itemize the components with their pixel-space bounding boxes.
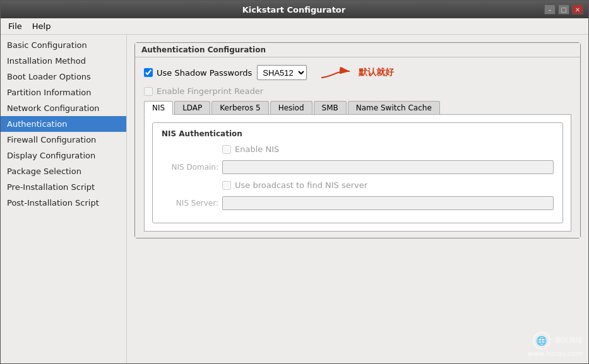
window-title: Kickstart Configurator [44, 5, 544, 15]
fingerprint-wrap: Enable Fingerprint Reader [144, 86, 263, 96]
sidebar-item-network-configuration[interactable]: Network Configuration [1, 100, 126, 116]
shadow-passwords-row: Use Shadow Passwords SHA512 MD5 SHA256 [144, 64, 571, 81]
use-broadcast-row: Use broadcast to find NIS server [162, 180, 554, 190]
sidebar: Basic Configuration Installation Method … [1, 35, 127, 363]
use-shadow-passwords-label: Use Shadow Passwords [157, 68, 252, 78]
maximize-button[interactable]: □ [558, 4, 569, 15]
menu-help[interactable]: Help [27, 20, 56, 32]
enable-nis-checkbox[interactable] [222, 145, 231, 154]
nis-domain-row: NIS Domain: [162, 160, 554, 174]
tab-name-switch-cache[interactable]: Name Switch Cache [348, 101, 440, 114]
annotation-text: 默认就好 [359, 67, 394, 78]
sidebar-item-authentication[interactable]: Authentication [1, 116, 126, 132]
nis-domain-input[interactable] [222, 160, 554, 174]
nis-section-title: NIS Authentication [162, 129, 554, 138]
auth-config-body: Use Shadow Passwords SHA512 MD5 SHA256 [135, 57, 580, 238]
enable-nis-wrap: Enable NIS [222, 144, 279, 154]
arrow-icon [318, 64, 356, 81]
menu-file[interactable]: File [3, 20, 27, 32]
sidebar-item-basic-configuration[interactable]: Basic Configuration [1, 37, 126, 53]
content-area: Basic Configuration Installation Method … [1, 35, 588, 363]
main-window: Kickstart Configurator – □ ✕ File Help B… [0, 0, 589, 364]
sha512-dropdown[interactable]: SHA512 MD5 SHA256 [257, 65, 307, 80]
tab-nis[interactable]: NIS [144, 101, 173, 115]
sidebar-item-firewall-configuration[interactable]: Firewall Configuration [1, 132, 126, 148]
main-panel: Authentication Configuration Use Shadow … [127, 35, 588, 363]
nis-box: NIS Authentication Enable NIS [152, 122, 563, 223]
sidebar-item-display-configuration[interactable]: Display Configuration [1, 148, 126, 163]
enable-nis-label: Enable NIS [235, 144, 279, 154]
tab-kerberos5[interactable]: Kerberos 5 [211, 101, 268, 114]
annotation: 默认就好 [318, 64, 394, 81]
enable-fingerprint-label: Enable Fingerprint Reader [157, 86, 263, 96]
sidebar-item-post-installation-script[interactable]: Post-Installation Script [1, 195, 126, 211]
nis-server-input[interactable] [222, 196, 554, 210]
use-broadcast-checkbox[interactable] [222, 181, 231, 190]
enable-nis-row: Enable NIS [162, 144, 554, 154]
menubar: File Help [1, 18, 588, 35]
auth-config-box: Authentication Configuration Use Shadow … [134, 42, 581, 238]
shadow-passwords-wrap: Use Shadow Passwords [144, 68, 252, 78]
minimize-button[interactable]: – [544, 4, 556, 15]
sidebar-item-partition-information[interactable]: Partition Information [1, 85, 126, 100]
tabs-bar: NIS LDAP Kerberos 5 Hesiod SMB Name Swit… [144, 101, 571, 115]
nis-domain-label: NIS Domain: [162, 163, 218, 172]
close-button[interactable]: ✕ [572, 4, 583, 15]
tab-ldap[interactable]: LDAP [174, 101, 210, 114]
use-broadcast-label: Use broadcast to find NIS server [235, 180, 367, 190]
nis-tab-content: NIS Authentication Enable NIS [144, 115, 571, 232]
tab-hesiod[interactable]: Hesiod [270, 101, 312, 114]
sidebar-item-package-selection[interactable]: Package Selection [1, 163, 126, 179]
titlebar: Kickstart Configurator – □ ✕ [1, 1, 588, 18]
sidebar-item-installation-method[interactable]: Installation Method [1, 53, 126, 69]
tab-smb[interactable]: SMB [314, 101, 347, 114]
nis-server-row: NIS Server: [162, 196, 554, 210]
use-shadow-passwords-checkbox[interactable] [144, 68, 153, 77]
nis-server-label: NIS Server: [162, 199, 218, 208]
sidebar-item-pre-installation-script[interactable]: Pre-Installation Script [1, 179, 126, 195]
fingerprint-row: Enable Fingerprint Reader [144, 86, 571, 96]
window-controls: – □ ✕ [544, 4, 583, 15]
sidebar-item-boot-loader-options[interactable]: Boot Loader Options [1, 69, 126, 85]
enable-fingerprint-checkbox[interactable] [144, 87, 153, 96]
auth-config-title: Authentication Configuration [135, 43, 580, 57]
use-broadcast-wrap: Use broadcast to find NIS server [222, 180, 367, 190]
